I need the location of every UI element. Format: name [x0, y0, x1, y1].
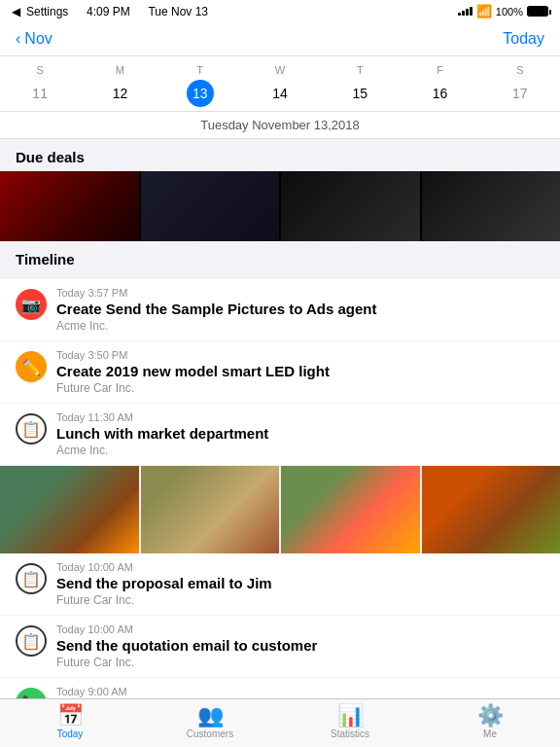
timeline-item-subtitle: Future Car Inc. [56, 656, 544, 669]
calendar-week: S11M12T13W14T15F16S17 [0, 56, 560, 112]
day-num[interactable]: 15 [346, 80, 373, 107]
tab-icon-statistics: 📊 [337, 705, 364, 727]
wifi-icon: 📶 [476, 4, 492, 18]
timeline-item-subtitle: Acme Inc. [56, 444, 544, 457]
timeline-header: Timeline [0, 241, 560, 271]
timeline-item-icon: ✏️ [16, 351, 47, 382]
week-days-row: S11M12T13W14T15F16S17 [0, 64, 560, 107]
status-label: Settings [26, 5, 68, 18]
timeline-item-title: Create 2019 new model smart LED light [56, 363, 544, 379]
day-num[interactable]: 16 [427, 80, 454, 107]
timeline-item-title: Create Send the Sample Pictures to Ads a… [56, 301, 544, 317]
timeline-item-icon: 📋 [16, 413, 47, 445]
timeline-item-title: Send the proposal email to Jim [56, 575, 544, 591]
battery-label: 100% [496, 6, 523, 18]
timeline-item[interactable]: 📋Today 10:00 AMSend the proposal email t… [0, 553, 560, 616]
timeline-item-content: Today 3:50 PMCreate 2019 new model smart… [56, 349, 544, 395]
timeline-item-time: Today 11:30 AM [56, 411, 544, 423]
food-image-3[interactable] [281, 466, 420, 553]
day-label: M [116, 64, 124, 76]
day-column[interactable]: M12 [80, 64, 159, 107]
day-num[interactable]: 11 [26, 80, 53, 107]
day-column[interactable]: T13 [160, 64, 240, 107]
timeline-item[interactable]: ✏️Today 3:50 PMCreate 2019 new model sma… [0, 341, 560, 404]
timeline-item-content: Today 11:30 AMLunch with market departme… [56, 411, 544, 457]
timeline-item-icon: 📷 [16, 289, 47, 320]
timeline-item-content: Today 10:00 AMSend the proposal email to… [56, 561, 544, 607]
tab-item-today[interactable]: 📅Today [0, 705, 140, 739]
day-label: F [437, 64, 443, 76]
food-images-row [0, 466, 560, 553]
deal-image-4[interactable] [422, 171, 561, 241]
timeline-item-time: Today 10:00 AM [56, 561, 544, 573]
date-subtitle: Tuesday November 13,2018 [0, 112, 560, 139]
food-image-1[interactable] [0, 466, 139, 553]
timeline-item-subtitle: Future Car Inc. [56, 381, 544, 395]
timeline-item-icon: 📋 [16, 563, 47, 594]
tab-bar: 📅Today👥Customers📊Statistics⚙️Me [0, 698, 560, 747]
timeline-item-time: Today 3:57 PM [56, 287, 544, 299]
day-num[interactable]: 17 [507, 80, 534, 107]
status-time: 4:09 PM [87, 5, 130, 18]
status-bar: ◀ Settings 4:09 PM Tue Nov 13 📶 100% [0, 0, 560, 22]
tab-item-me[interactable]: ⚙️Me [420, 705, 560, 739]
tab-label-customers: Customers [187, 729, 233, 739]
status-date: Tue Nov 13 [148, 5, 208, 18]
day-label: T [196, 64, 203, 76]
food-image-4[interactable] [422, 466, 561, 553]
timeline-item-content: Today 10:00 AMSend the quotation email t… [56, 623, 544, 669]
tab-item-customers[interactable]: 👥Customers [140, 705, 280, 739]
tab-icon-today: 📅 [57, 705, 84, 727]
tab-label-today: Today [57, 729, 84, 739]
day-label: T [357, 64, 364, 76]
timeline-item[interactable]: 📷Today 3:57 PMCreate Send the Sample Pic… [0, 279, 560, 341]
day-column[interactable]: S17 [480, 64, 560, 107]
timeline-section: 📷Today 3:57 PMCreate Send the Sample Pic… [0, 279, 560, 740]
timeline-item-title: Send the quotation email to customer [56, 637, 544, 654]
nav-back-label: Nov [24, 30, 52, 48]
timeline-item[interactable]: 📋Today 10:00 AMSend the quotation email … [0, 616, 560, 678]
timeline-item[interactable]: 📋Today 11:30 AMLunch with market departm… [0, 404, 560, 466]
signal-icon [458, 7, 472, 16]
day-column[interactable]: T15 [320, 64, 400, 107]
day-column[interactable]: F16 [400, 64, 479, 107]
back-indicator: ◀ [12, 5, 20, 18]
deal-image-2[interactable] [141, 171, 280, 241]
tab-icon-customers: 👥 [197, 705, 224, 727]
tab-label-me: Me [483, 729, 497, 739]
due-deals-header: Due deals [0, 139, 560, 171]
deals-images [0, 171, 560, 241]
day-num[interactable]: 12 [106, 80, 133, 107]
timeline-item-time: Today 3:50 PM [56, 349, 544, 361]
tab-item-statistics[interactable]: 📊Statistics [280, 705, 420, 739]
day-label: W [275, 64, 285, 76]
today-button[interactable]: Today [503, 30, 544, 48]
chevron-left-icon: ‹ [16, 30, 20, 48]
tab-label-statistics: Statistics [331, 729, 369, 739]
nav-bar: ‹ Nov Today [0, 22, 560, 56]
tab-icon-me: ⚙️ [477, 705, 504, 727]
day-num[interactable]: 14 [266, 80, 294, 107]
day-num-today[interactable]: 13 [187, 80, 214, 107]
timeline-item-subtitle: Acme Inc. [56, 319, 544, 333]
battery-icon [527, 6, 548, 17]
day-column[interactable]: W14 [240, 64, 320, 107]
timeline-item-icon: 📋 [16, 625, 47, 657]
timeline-item-subtitle: Future Car Inc. [56, 593, 544, 607]
timeline-item-time: Today 9:00 AM [56, 686, 544, 697]
day-column[interactable]: S11 [0, 64, 80, 107]
timeline-item-time: Today 10:00 AM [56, 623, 544, 635]
day-label: S [516, 64, 523, 76]
food-image-2[interactable] [141, 466, 280, 553]
day-label: S [36, 64, 43, 76]
timeline-item-title: Lunch with market department [56, 425, 544, 442]
deal-image-3[interactable] [281, 171, 420, 241]
back-button[interactable]: ‹ Nov [16, 30, 52, 48]
timeline-item-content: Today 3:57 PMCreate Send the Sample Pict… [56, 287, 544, 333]
deal-image-1[interactable] [0, 171, 139, 241]
